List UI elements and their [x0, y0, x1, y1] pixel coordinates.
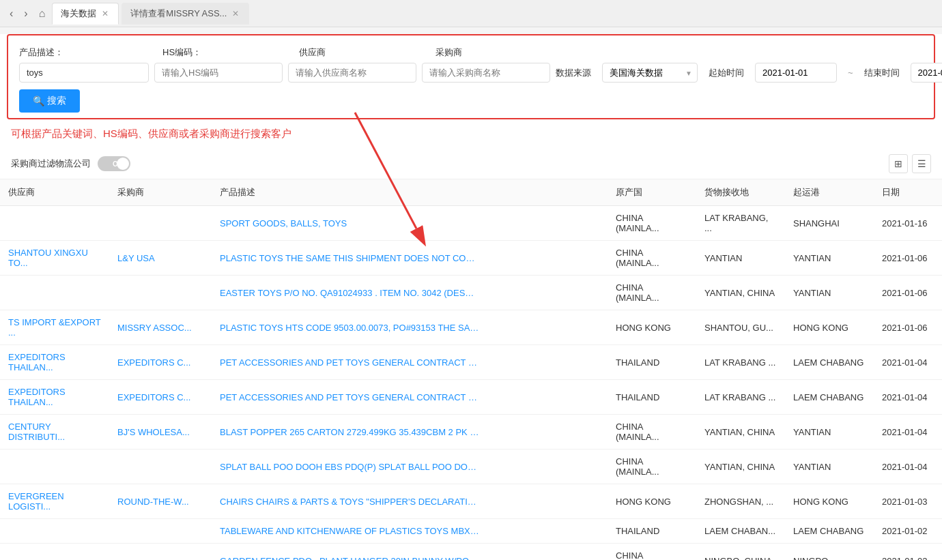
cell-origin: THAILAND [608, 519, 696, 544]
cell-dest: LAT KRABANG, ... [696, 206, 785, 241]
cell-port: LAEM CHABANG [785, 345, 874, 380]
cell-dest: YANTIAN, CHINA [696, 276, 785, 310]
start-label: 起始时间 [709, 67, 744, 79]
tab-detail-label: 详情查看MISSRY ASS... [130, 8, 227, 20]
cell-dest: ZHONGSHAN, ... [696, 484, 785, 519]
product-link[interactable]: PLASTIC TOYS HTS CODE 9503.00.0073, PO#9… [220, 323, 479, 333]
product-link[interactable]: TABLEWARE AND KITCHENWARE OF PLASTICS TO… [220, 526, 479, 536]
table-body: SPORT GOODS, BALLS, TOYSCHINA (MAINLA...… [0, 206, 942, 561]
cell-origin: THAILAND [608, 380, 696, 415]
forward-btn[interactable]: › [20, 5, 31, 23]
end-date-input[interactable] [911, 63, 942, 83]
tab-customs[interactable]: 海关数据 ✕ [52, 3, 119, 25]
buyer-link[interactable]: L&Y USA [117, 253, 155, 263]
main-content: 产品描述： HS编码： 供应商 采购商 数据来源 美国海关数据 [0, 34, 942, 560]
source-label: 数据来源 [556, 67, 591, 79]
cell-origin: HONG KONG [608, 484, 696, 519]
cell-date: 2021-01-06 [874, 241, 942, 276]
toggle-switch[interactable]: OFF [98, 156, 130, 171]
list-view-btn[interactable]: ☰ [912, 154, 931, 173]
col-dest: 货物接收地 [696, 179, 785, 206]
cell-port: YANTIAN [785, 450, 874, 484]
hs-label: HS编码： [162, 47, 201, 57]
cell-date: 2021-01-06 [874, 276, 942, 310]
table-row: TS IMPORT &EXPORT ...MISSRY ASSOC...PLAS… [0, 310, 942, 345]
filter-label: 采购商过滤物流公司 [11, 158, 91, 170]
product-link[interactable]: PET ACCESSORIES AND PET TOYS GENERAL CON… [220, 357, 479, 368]
search-btn-label: 搜索 [47, 95, 66, 107]
cell-origin: CHINA (MAINLA... [608, 450, 696, 484]
cell-origin: CHINA (MAINLA... [608, 544, 696, 561]
toggle-knob [117, 158, 129, 170]
search-icon: 🔍 [33, 95, 44, 106]
cell-dest: SHANTOU, GU... [696, 310, 785, 345]
product-link[interactable]: SPORT GOODS, BALLS, TOYS [220, 218, 479, 229]
cell-date: 2021-01-03 [874, 484, 942, 519]
hs-input[interactable] [154, 63, 283, 83]
home-btn[interactable]: ⌂ [35, 5, 50, 23]
tab-customs-close[interactable]: ✕ [100, 9, 110, 18]
cell-port: NINGPO [785, 544, 874, 561]
date-separator: ~ [848, 68, 853, 78]
cell-origin: CHINA (MAINLA... [608, 206, 696, 241]
product-link[interactable]: PLASTIC TOYS THE SAME THIS SHIPMENT DOES… [220, 253, 479, 263]
table-row: EVERGREEN LOGISTI...ROUND-THE-W...CHAIRS… [0, 484, 942, 519]
supplier-link[interactable]: EVERGREEN LOGISTI... [8, 491, 64, 512]
product-link[interactable]: GARDEN FENCE PDQ . PLANT HANGER 30IN BUN… [220, 556, 479, 561]
cell-origin: HONG KONG [608, 310, 696, 345]
table-header: 供应商 采购商 产品描述 原产国 货物接收地 起运港 日期 [0, 179, 942, 206]
table-row: SPORT GOODS, BALLS, TOYSCHINA (MAINLA...… [0, 206, 942, 241]
product-link[interactable]: CHAIRS CHAIRS & PARTS & TOYS "SHIPPER'S … [220, 497, 479, 507]
buyer-link[interactable]: MISSRY ASSOC... [117, 323, 192, 333]
start-date-input[interactable] [755, 63, 837, 83]
cell-origin: CHINA (MAINLA... [608, 241, 696, 276]
buyer-label: 采购商 [436, 47, 462, 57]
supplier-input[interactable] [288, 63, 416, 83]
product-link[interactable]: SPLAT BALL POO DOOH EBS PDQ(P) SPLAT BAL… [220, 462, 479, 472]
col-origin: 原产国 [608, 179, 696, 206]
tab-bar: ‹ › ⌂ 海关数据 ✕ 详情查看MISSRY ASS... ✕ [0, 0, 942, 27]
product-label: 产品描述： [19, 47, 63, 57]
source-select[interactable]: 美国海关数据 [602, 63, 698, 83]
table-row: EXPEDITORS THAILAN...EXPEDITORS C...PET … [0, 380, 942, 415]
cell-date: 2021-01-04 [874, 415, 942, 450]
cell-origin: THAILAND [608, 345, 696, 380]
tab-detail-close[interactable]: ✕ [231, 9, 240, 18]
buyer-link[interactable]: ROUND-THE-W... [117, 497, 189, 507]
tab-customs-label: 海关数据 [61, 8, 96, 20]
search-inputs-row: 数据来源 美国海关数据 起始时间 ~ 结束时间 [19, 63, 923, 83]
search-button[interactable]: 🔍 搜索 [19, 89, 80, 113]
source-select-wrapper: 美国海关数据 [602, 63, 698, 83]
buyer-link[interactable]: EXPEDITORS C... [117, 357, 190, 368]
supplier-link[interactable]: SHANTOU XINGXU TO... [8, 248, 88, 268]
supplier-link[interactable]: CENTURY DISTRIBUTI... [8, 422, 65, 442]
product-link[interactable]: BLAST POPPER 265 CARTON 2729.499KG 35.43… [220, 427, 479, 437]
cell-dest: YANTIAN [696, 241, 785, 276]
cell-port: YANTIAN [785, 276, 874, 310]
buyer-input[interactable] [422, 63, 550, 83]
cell-date: 2021-01-04 [874, 450, 942, 484]
table-row: TABLEWARE AND KITCHENWARE OF PLASTICS TO… [0, 519, 942, 544]
cell-date: 2021-01-16 [874, 206, 942, 241]
cell-dest: LAT KRABANG ... [696, 345, 785, 380]
buyer-link[interactable]: BJ'S WHOLESA... [117, 427, 190, 437]
col-product: 产品描述 [212, 179, 608, 206]
cell-port: YANTIAN [785, 415, 874, 450]
filter-right: ⊞ ☰ [889, 154, 931, 173]
table-row: CENTURY DISTRIBUTI...BJ'S WHOLESA...BLAS… [0, 415, 942, 450]
product-link[interactable]: EASTER TOYS P/O NO. QA91024933 . ITEM NO… [220, 288, 479, 298]
supplier-link[interactable]: EXPEDITORS THAILAN... [8, 352, 66, 372]
col-date: 日期 [874, 179, 942, 206]
supplier-link[interactable]: TS IMPORT &EXPORT ... [8, 317, 101, 338]
supplier-link[interactable]: EXPEDITORS THAILAN... [8, 387, 66, 407]
cell-port: LAEM CHABANG [785, 380, 874, 415]
tab-detail[interactable]: 详情查看MISSRY ASS... ✕ [122, 3, 249, 25]
cell-port: SHANGHAI [785, 206, 874, 241]
product-input[interactable] [19, 63, 149, 83]
product-link[interactable]: PET ACCESSORIES AND PET TOYS GENERAL CON… [220, 392, 479, 402]
grid-view-btn[interactable]: ⊞ [889, 154, 908, 173]
filter-row: 采购商过滤物流公司 OFF ⊞ ☰ [0, 149, 942, 179]
col-buyer: 采购商 [109, 179, 212, 206]
back-btn[interactable]: ‹ [5, 5, 17, 23]
buyer-link[interactable]: EXPEDITORS C... [117, 392, 190, 402]
